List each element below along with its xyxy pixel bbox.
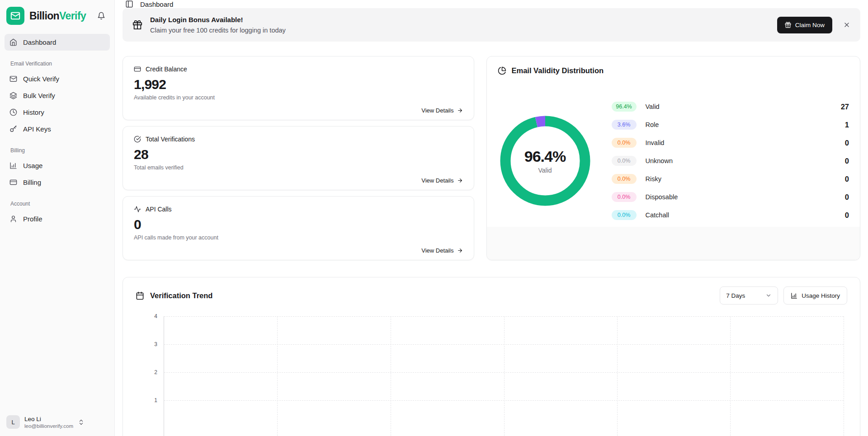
topbar: Dashboard	[115, 0, 868, 8]
home-icon	[9, 38, 17, 46]
brand-second: Verify	[59, 10, 86, 22]
sidebar-item-history[interactable]: History	[5, 104, 110, 121]
gridline	[504, 316, 505, 436]
distribution-body: 96.4% Valid 96.4% Valid 27 3.6% Role	[498, 98, 849, 224]
api-calls-card: API Calls 0 API calls made from your acc…	[123, 196, 474, 260]
view-details-link[interactable]: View Details	[421, 247, 462, 254]
legend-pct-badge: 0.0%	[612, 192, 637, 202]
bell-icon	[97, 12, 105, 20]
trend-title-group: Verification Trend	[136, 291, 212, 300]
gridline	[391, 316, 391, 436]
distribution-header: Email Validity Distribution	[498, 66, 849, 75]
bar-chart-icon	[9, 162, 17, 169]
claim-now-button[interactable]: Claim Now	[777, 17, 832, 33]
legend-pct-badge: 3.6%	[612, 120, 637, 130]
sidebar-item-dashboard[interactable]: Dashboard	[5, 34, 110, 51]
main-area: Dashboard Daily Login Bonus Available! C…	[115, 0, 868, 436]
sidebar-section-email-verification: Email Verification	[5, 51, 110, 70]
plot-area	[164, 316, 844, 436]
banner-close-button[interactable]	[843, 21, 850, 28]
legend-pct-badge: 96.4%	[612, 102, 637, 112]
gridline	[844, 316, 844, 436]
sidebar-toggle-button[interactable]	[125, 0, 133, 8]
legend-pct-badge: 0.0%	[612, 174, 637, 184]
clock-icon	[9, 108, 17, 116]
credit-card-icon	[9, 178, 17, 186]
view-details-link[interactable]: View Details	[421, 107, 462, 114]
pie-chart-icon	[498, 66, 506, 75]
legend-label: Invalid	[646, 139, 665, 146]
card-header: Total Verifications	[134, 136, 463, 143]
legend-pct-badge: 0.0%	[612, 138, 637, 148]
date-range-value: 7 Days	[726, 292, 745, 299]
key-icon	[9, 125, 17, 133]
y-axis-tick: 1	[136, 397, 157, 403]
distribution-title: Email Validity Distribution	[512, 66, 604, 75]
sidebar-item-label: Bulk Verify	[23, 92, 55, 99]
sidebar-item-billing[interactable]: Billing	[5, 174, 110, 191]
card-title: Total Verifications	[146, 136, 195, 143]
view-details-label: View Details	[421, 177, 453, 184]
banner-subtitle: Claim your free 100 credits for logging …	[150, 27, 286, 34]
legend-label: Disposable	[646, 193, 678, 201]
legend-count: 0	[845, 139, 849, 147]
card-title: API Calls	[146, 206, 172, 213]
legend-row-unknown: 0.0% Unknown 0	[612, 152, 849, 170]
credit-card-icon	[134, 66, 141, 73]
arrow-right-icon	[457, 108, 463, 113]
content: Daily Login Bonus Available! Claim your …	[115, 8, 868, 436]
sidebar-item-label: Usage	[23, 162, 42, 169]
card-header: API Calls	[134, 206, 463, 213]
gridline	[617, 316, 618, 436]
sidebar-section-billing: Billing	[5, 137, 110, 157]
legend-row-risky: 0.0% Risky 0	[612, 170, 849, 188]
sidebar-item-label: Profile	[23, 215, 42, 223]
sidebar-header: BillionVerify	[0, 0, 114, 29]
brand-logo	[6, 7, 24, 25]
breadcrumb: Dashboard	[140, 0, 173, 8]
trend-line-chart: 4 3 2 1	[136, 316, 847, 429]
chevrons-up-down-icon	[78, 419, 85, 426]
date-range-select[interactable]: 7 Days	[720, 286, 778, 305]
legend-row-disposable: 0.0% Disposable 0	[612, 188, 849, 206]
sidebar-item-bulk-verify[interactable]: Bulk Verify	[5, 87, 110, 104]
y-axis-tick: 3	[136, 341, 157, 347]
card-header: Credit Balance	[134, 66, 463, 73]
gift-icon	[785, 22, 791, 28]
view-details-link[interactable]: View Details	[421, 177, 462, 184]
stat-cards-column: Credit Balance 1,992 Available credits i…	[123, 56, 474, 260]
legend-label: Catchall	[646, 211, 669, 219]
legend-pct-badge: 0.0%	[612, 156, 637, 166]
banner-text: Daily Login Bonus Available! Claim your …	[150, 16, 286, 34]
credit-balance-card: Credit Balance 1,992 Available credits i…	[123, 56, 474, 120]
sidebar-item-label: Dashboard	[23, 38, 56, 46]
total-verifications-value: 28	[134, 147, 463, 162]
usage-history-button[interactable]: Usage History	[783, 286, 847, 305]
legend-count: 0	[845, 175, 849, 183]
verification-trend-card: Verification Trend 7 Days Usage History …	[123, 277, 860, 436]
check-circle-icon	[134, 136, 141, 143]
api-calls-value: 0	[134, 217, 463, 232]
user-menu[interactable]: L Leo Li leo@billionverify.com	[0, 408, 114, 436]
distribution-legend: 96.4% Valid 27 3.6% Role 1 0.0% Invalid	[612, 98, 849, 224]
brand-name: BillionVerify	[29, 10, 86, 22]
sidebar-item-profile[interactable]: Profile	[5, 211, 110, 227]
brand-first: Billion	[29, 10, 59, 22]
notifications-button[interactable]	[97, 12, 105, 20]
view-details-label: View Details	[421, 247, 453, 254]
sidebar-item-label: API Keys	[23, 125, 51, 133]
sidebar-item-usage[interactable]: Usage	[5, 157, 110, 174]
claim-now-label: Claim Now	[795, 22, 825, 28]
sidebar-item-api-keys[interactable]: API Keys	[5, 121, 110, 137]
donut-center-value: 96.4%	[524, 148, 566, 165]
sidebar-nav: Dashboard Email Verification Quick Verif…	[0, 29, 114, 227]
chevron-down-icon	[765, 292, 772, 299]
panel-left-icon	[125, 0, 133, 8]
legend-row-role: 3.6% Role 1	[612, 116, 849, 134]
sidebar-item-quick-verify[interactable]: Quick Verify	[5, 70, 110, 87]
arrow-right-icon	[457, 178, 463, 183]
user-name: Leo Li	[24, 416, 73, 422]
legend-label: Valid	[646, 103, 660, 110]
user-icon	[9, 215, 17, 223]
donut-center: 96.4% Valid	[498, 113, 593, 208]
